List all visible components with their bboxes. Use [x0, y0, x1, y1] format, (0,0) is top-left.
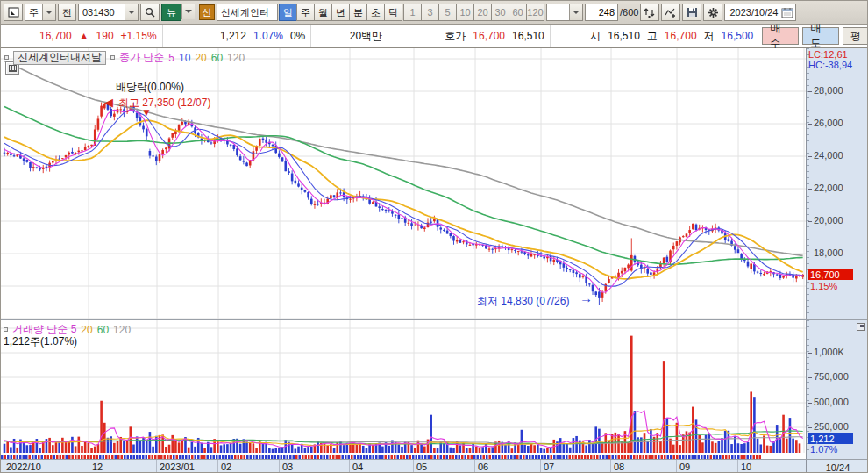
date-axis[interactable]: 2022/10122023/01020304050607080910 10/24 — [1, 459, 868, 473]
date-label: 04 — [352, 462, 363, 472]
collapse-bullet[interactable] — [110, 55, 115, 60]
low-price: 16,500 — [722, 30, 754, 42]
period-button-일[interactable]: 일 — [279, 4, 297, 21]
quote-bar: 16,700 ▲ 190 +1.15% 1,212 1.07% 0% 20백만 … — [1, 25, 868, 48]
ma5-legend: 5 — [168, 52, 174, 64]
ma20-legend: 20 — [195, 52, 206, 64]
up-arrow-icon: ▲ — [79, 30, 89, 42]
interval-button-30[interactable]: 30 — [491, 4, 509, 21]
axis-tick-label: 28,000 — [814, 85, 843, 96]
volume-value: 1,212 — [220, 30, 246, 42]
date-label: 07 — [544, 462, 554, 472]
save-icon[interactable] — [682, 4, 701, 21]
hoga-price: 16,700 — [473, 30, 505, 42]
period-button-년[interactable]: 년 — [331, 4, 350, 21]
high-label: 고 — [647, 29, 658, 44]
last-price: 16,700 — [39, 30, 72, 42]
chart-title[interactable]: 신세계인터내셔날 — [13, 51, 106, 65]
vol-ma60-legend: 60 — [97, 324, 109, 336]
gear-icon[interactable] — [703, 4, 722, 21]
period-button-틱[interactable]: 틱 — [384, 4, 402, 21]
current-price-marker: 16,700 — [808, 269, 853, 280]
stock-logo-badge: 신 — [199, 4, 215, 20]
compare-arrows-icon[interactable] — [640, 4, 659, 21]
date-label: 02 — [221, 462, 231, 472]
vol-ma120-legend: 120 — [113, 324, 131, 336]
price-axis[interactable]: 28,00026,00024,00022,00020,00018,000 16,… — [806, 48, 868, 319]
candle-count-input[interactable] — [585, 4, 618, 21]
date-label: 08 — [614, 462, 624, 472]
period-button-분[interactable]: 분 — [349, 4, 367, 21]
amount-value: 20백만 — [350, 29, 382, 44]
chevron-down-icon[interactable] — [42, 4, 55, 20]
interval-button-1[interactable]: 1 — [403, 4, 422, 21]
stock-chart-window: 주 전 031430 뉴 신 신세계인터 일주월년분초틱 13510203060… — [0, 0, 868, 473]
chevron-down-icon[interactable] — [125, 4, 138, 20]
prev-stock-button[interactable]: 전 — [58, 4, 76, 21]
sell-button[interactable]: 매도 — [802, 27, 839, 45]
axis-tick-label: 750,000 — [814, 371, 849, 382]
date-label: 09 — [679, 462, 690, 472]
volume-chart-plot[interactable] — [1, 320, 806, 454]
axis-tick-label: 250,000 — [814, 421, 849, 432]
axis-tick-label: 18,000 — [814, 247, 843, 258]
search-icon[interactable] — [140, 4, 160, 21]
axis-tick-label: 500,000 — [814, 397, 849, 407]
volume-axis[interactable]: 1,000K750,000500,000250,000 1,212 1.07% — [806, 320, 868, 453]
price-change: 190 — [96, 30, 114, 42]
news-combo[interactable]: 뉴 — [161, 4, 195, 21]
chart-type-combo[interactable]: 주 — [25, 4, 56, 21]
interval-button-60[interactable]: 60 — [509, 4, 527, 21]
candle-minimap[interactable] — [1, 453, 868, 459]
price-chart-panel: 신세계인터내셔날 종가 단순 5 10 20 60 120 배당락(0.00%)… — [1, 48, 868, 319]
custom-interval-combo[interactable] — [546, 4, 583, 21]
interval-buttons: 13510203060120 — [404, 4, 544, 21]
buy-button[interactable]: 매수 — [762, 27, 799, 45]
period-buttons: 일주월년분초틱 — [280, 4, 402, 21]
period-button-주[interactable]: 주 — [296, 4, 315, 21]
date-label: 06 — [478, 462, 488, 472]
chevron-down-icon[interactable] — [181, 4, 195, 19]
interval-button-5[interactable]: 5 — [438, 4, 457, 21]
candle-count-total: /600 — [620, 7, 638, 18]
interval-button-20[interactable]: 20 — [473, 4, 492, 21]
axis-tick-label: 24,000 — [814, 150, 843, 161]
lc-hc-readout: LC:12,61 HC:-38,94 — [808, 49, 852, 70]
high-annotation: 최고 27,350 (12/07) — [118, 96, 210, 111]
volume-pct: 1.07% — [253, 30, 283, 42]
interval-button-120[interactable]: 120 — [526, 4, 544, 21]
low-annotation: 최저 14,830 (07/26) — [477, 294, 569, 309]
current-price-pct: 1.15% — [810, 281, 837, 291]
collapse-bullet[interactable] — [4, 55, 9, 60]
avg-button[interactable]: 평 — [843, 27, 868, 45]
axis-tick-label: 26,000 — [814, 118, 843, 128]
stock-name-field[interactable]: 신세계인터 — [217, 4, 278, 21]
lc-value: LC:12,61 — [808, 49, 852, 60]
interval-button-3[interactable]: 3 — [421, 4, 439, 21]
open-label: 시 — [590, 29, 601, 44]
prev-close: 16,510 — [512, 30, 544, 42]
ma60-legend: 60 — [211, 52, 223, 64]
zero-pct: 0% — [290, 30, 305, 42]
last-date-label: 10/24 — [806, 460, 868, 473]
low-arrow-icon: → — [580, 290, 593, 305]
period-button-초[interactable]: 초 — [366, 4, 385, 21]
ex-dividend-drop-icon: ▼ — [141, 106, 152, 118]
price-panel-header: 신세계인터내셔날 종가 단순 5 10 20 60 120 — [4, 50, 245, 65]
low-label: 저 — [704, 29, 715, 44]
high-price: 16,700 — [665, 30, 697, 42]
price-ma20-line — [4, 120, 803, 279]
trendline-tool-icon[interactable] — [661, 4, 680, 21]
period-button-월[interactable]: 월 — [314, 4, 332, 21]
date-label: 03 — [282, 462, 293, 472]
volume-chart-panel: 거래량 단순 5 20 60 120 1,212주(1.07%) 1,000K7… — [1, 319, 868, 453]
interval-button-10[interactable]: 10 — [456, 4, 474, 21]
collapse-bullet[interactable] — [4, 327, 8, 332]
calendar-icon — [781, 7, 793, 18]
chevron-down-icon[interactable] — [569, 4, 582, 20]
dock-chart-icon[interactable] — [4, 4, 23, 21]
date-input[interactable]: 2023/10/24 — [724, 4, 796, 21]
date-label: 2023/01 — [160, 462, 195, 472]
stock-code-combo[interactable]: 031430 — [78, 4, 139, 21]
axis-tick-label: 1,000K — [814, 347, 844, 357]
